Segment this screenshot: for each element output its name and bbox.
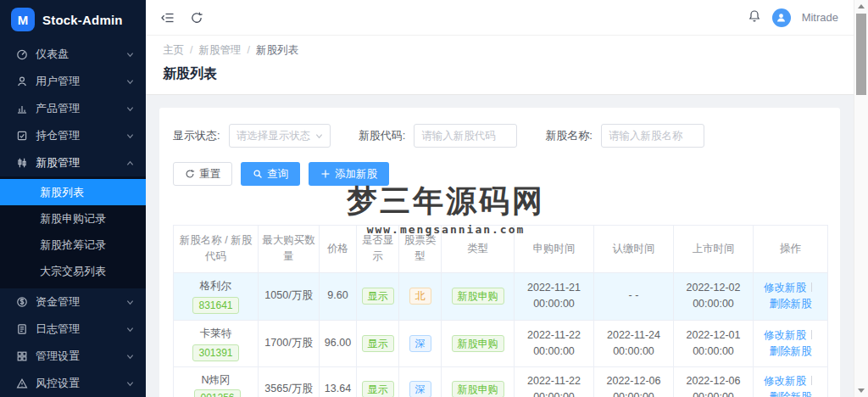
sidebar-item-label: 仪表盘 <box>36 47 69 62</box>
cell-pay-time: 2022-12-0600:00:00 <box>594 367 674 397</box>
sidebar-item-dashboard[interactable]: 仪表盘 <box>0 41 146 68</box>
scrollbar-thumb[interactable] <box>856 14 866 95</box>
cell-apply-time: 2022-11-2200:00:00 <box>515 367 594 397</box>
cell-apply-time: 2022-11-2200:00:00 <box>515 320 594 367</box>
sidebar-item-newstock[interactable]: 新股管理 <box>0 149 146 176</box>
username[interactable]: Mitrade <box>802 11 838 24</box>
notification-bell-icon[interactable] <box>748 9 761 26</box>
cell-list-time: 2022-12-0600:00:00 <box>674 367 754 397</box>
status-label: 显示状态: <box>173 128 220 143</box>
newstock-submenu: 新股列表 新股申购记录 新股抢筹记录 大宗交易列表 <box>0 176 146 288</box>
content: 显示状态: 请选择显示状态 新股代码: 新股名称: <box>146 95 854 397</box>
refresh-icon[interactable] <box>190 11 203 25</box>
breadcrumb-newstock[interactable]: 新股管理 <box>198 44 241 56</box>
cell-actions: 修改新股删除新股 <box>754 367 828 397</box>
status-select-placeholder: 请选择显示状态 <box>236 129 311 143</box>
chevron-down-icon <box>126 105 134 113</box>
log-document-icon <box>16 323 28 335</box>
app-logo-icon: M <box>11 8 35 31</box>
type-badge: 新股申购 <box>452 288 504 305</box>
display-badge: 显示 <box>362 288 394 305</box>
cell-actions: 修改新股删除新股 <box>754 272 828 320</box>
edit-stock-link[interactable]: 修改新股 <box>764 329 806 341</box>
edit-stock-link[interactable]: 修改新股 <box>764 282 806 294</box>
display-badge: 显示 <box>362 381 394 397</box>
collapse-menu-icon[interactable] <box>161 11 175 25</box>
cell-list-time: 2022-12-0100:00:00 <box>674 320 754 367</box>
breadcrumb-current: 新股列表 <box>256 44 298 56</box>
cell-type: 新股申购 <box>442 272 515 320</box>
chevron-down-icon <box>315 132 323 140</box>
cell-name: 格利尔 831641 <box>174 272 259 320</box>
sidebar-item-products[interactable]: 产品管理 <box>0 95 146 122</box>
sidebar-item-logs[interactable]: 日志管理 <box>0 316 146 343</box>
cell-actions: 修改新股删除新股 <box>754 320 828 367</box>
position-box-icon <box>16 130 28 142</box>
table-row: 卡莱特 301391 1700/万股 96.00 显示 深 新股申购 2022-… <box>174 320 828 367</box>
delete-stock-link[interactable]: 删除新股 <box>770 391 812 397</box>
market-badge: 北 <box>409 288 431 305</box>
submenu-item-grab-records[interactable]: 新股抢筹记录 <box>0 232 146 258</box>
cell-type: 新股申购 <box>442 367 515 397</box>
breadcrumb: 主页/新股管理/新股列表 <box>163 43 837 58</box>
filter-status: 显示状态: 请选择显示状态 <box>173 124 331 148</box>
stock-table-wrap: 新股名称 / 新股代码 最大购买数量 价格 是否显示 股票类型 类型 申购时间 … <box>173 225 826 397</box>
submenu-item-subscribe-records[interactable]: 新股申购记录 <box>0 205 146 232</box>
submenu-item-stock-list[interactable]: 新股列表 <box>0 179 146 205</box>
cell-price: 96.00 <box>320 320 357 367</box>
scroll-down-arrow-icon[interactable] <box>854 384 868 397</box>
sidebar-item-label: 产品管理 <box>36 101 80 116</box>
sidebar-item-risk-settings[interactable]: 风控设置 <box>0 370 146 397</box>
col-display: 是否显示 <box>357 226 399 273</box>
delete-stock-link[interactable]: 删除新股 <box>770 298 812 310</box>
cell-max-qty: 1050/万股 <box>259 272 320 320</box>
app-logo[interactable]: M Stock-Admin <box>0 0 146 39</box>
vertical-scrollbar[interactable] <box>854 0 868 397</box>
sidebar-item-positions[interactable]: 持仓管理 <box>0 122 146 149</box>
code-input[interactable] <box>414 124 517 148</box>
cell-type: 新股申购 <box>442 320 515 367</box>
submenu-item-block-trade-list[interactable]: 大宗交易列表 <box>0 258 146 284</box>
chevron-down-icon <box>126 51 134 59</box>
cell-market: 北 <box>399 272 442 320</box>
type-badge: 新股申购 <box>452 381 504 397</box>
action-divider <box>811 376 812 385</box>
name-input[interactable] <box>601 124 704 148</box>
sidebar-item-admin-settings[interactable]: 管理设置 <box>0 343 146 370</box>
edit-stock-link[interactable]: 修改新股 <box>764 375 806 387</box>
reset-button[interactable]: 重置 <box>173 162 232 186</box>
sidebar-item-users[interactable]: 用户管理 <box>0 68 146 95</box>
avatar[interactable] <box>772 8 791 27</box>
submenu-item-label: 新股抢筹记录 <box>40 238 106 253</box>
delete-stock-link[interactable]: 删除新股 <box>770 345 812 357</box>
add-stock-button[interactable]: 添加新股 <box>309 162 389 186</box>
sidebar-item-label: 日志管理 <box>36 322 80 337</box>
status-select[interactable]: 请选择显示状态 <box>229 124 331 148</box>
warning-triangle-icon <box>16 377 28 389</box>
cell-price: 9.60 <box>320 272 357 320</box>
breadcrumb-home[interactable]: 主页 <box>163 44 184 56</box>
sidebar-item-funds[interactable]: 资金管理 <box>0 288 146 316</box>
stock-code-badge: 001256 <box>194 389 240 397</box>
breadcrumb-separator: / <box>247 44 249 56</box>
app-title: Stock-Admin <box>42 13 123 27</box>
cell-max-qty: 1700/万股 <box>259 320 320 367</box>
action-divider <box>811 282 812 292</box>
cell-name: N炜冈 001256 <box>174 367 259 397</box>
chevron-down-icon <box>126 299 134 306</box>
col-price: 价格 <box>320 226 357 273</box>
search-button[interactable]: 查询 <box>241 162 300 186</box>
content-card: 显示状态: 请选择显示状态 新股代码: 新股名称: <box>159 108 840 397</box>
stock-name: N炜冈 <box>201 374 230 386</box>
watermark-title: 梦三年源码网 <box>268 181 624 222</box>
cell-market: 深 <box>399 367 442 397</box>
col-actions: 操作 <box>754 226 828 273</box>
submenu-item-label: 新股申购记录 <box>40 211 106 226</box>
bar-chart-icon <box>16 103 28 115</box>
chevron-down-icon <box>126 132 134 140</box>
cell-market: 深 <box>399 320 442 367</box>
chevron-down-icon <box>126 78 134 86</box>
scroll-up-arrow-icon[interactable] <box>854 0 868 13</box>
stock-name: 格利尔 <box>177 278 254 294</box>
submenu-item-label: 大宗交易列表 <box>40 264 106 279</box>
